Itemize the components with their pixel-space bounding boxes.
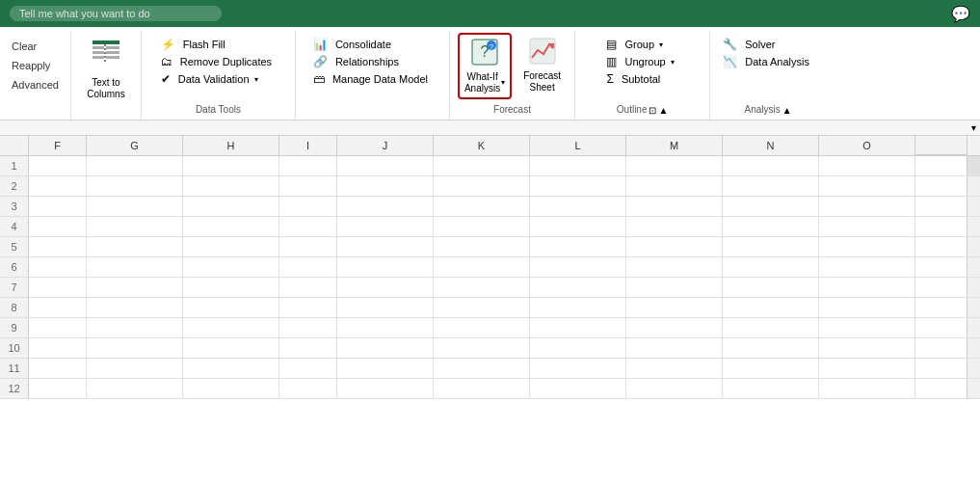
grid-cell[interactable] (434, 298, 530, 317)
grid-cell[interactable] (279, 156, 337, 175)
grid-cell[interactable] (434, 379, 530, 398)
grid-cell[interactable] (626, 278, 723, 297)
grid-cell[interactable] (819, 318, 915, 337)
grid-cell[interactable] (87, 278, 183, 297)
grid-cell[interactable] (183, 257, 279, 277)
analysis-collapse-button[interactable]: ▲ (782, 105, 792, 116)
advanced-button[interactable]: Advanced (8, 77, 63, 93)
grid-cell[interactable] (183, 237, 279, 256)
grid-cell[interactable] (337, 197, 434, 216)
grid-cell[interactable] (723, 197, 819, 216)
grid-cell[interactable] (337, 217, 434, 236)
grid-cell[interactable] (279, 318, 337, 337)
grid-cell[interactable] (723, 257, 819, 277)
grid-cell[interactable] (337, 257, 434, 277)
grid-cell[interactable] (29, 359, 87, 378)
grid-cell[interactable] (183, 197, 279, 216)
grid-cell[interactable] (87, 318, 183, 337)
grid-cell[interactable] (530, 318, 626, 337)
grid-cell[interactable] (723, 278, 819, 297)
grid-cell[interactable] (183, 217, 279, 236)
col-header-k[interactable]: K (434, 136, 530, 155)
grid-cell[interactable] (626, 298, 723, 317)
grid-cell[interactable] (279, 257, 337, 277)
grid-cell[interactable] (723, 237, 819, 256)
data-analysis-button[interactable]: Data Analysis (741, 54, 813, 69)
grid-cell[interactable] (434, 338, 530, 358)
reapply-button[interactable]: Reapply (8, 58, 54, 73)
text-to-columns-button[interactable]: Text to Columns (75, 33, 137, 104)
grid-cell[interactable] (337, 176, 434, 196)
grid-cell[interactable] (723, 156, 819, 175)
grid-cell[interactable] (434, 318, 530, 337)
tell-me-input[interactable] (10, 6, 222, 21)
grid-cell[interactable] (183, 338, 279, 358)
grid-cell[interactable] (29, 176, 87, 196)
grid-cell[interactable] (279, 359, 337, 378)
grid-cell[interactable] (279, 197, 337, 216)
grid-cell[interactable] (337, 318, 434, 337)
col-header-o[interactable]: O (819, 136, 915, 155)
grid-cell[interactable] (29, 237, 87, 256)
solver-button[interactable]: Solver (741, 37, 779, 52)
grid-cell[interactable] (530, 379, 626, 398)
ungroup-button[interactable]: Ungroup ▾ (621, 54, 677, 69)
grid-cell[interactable] (87, 197, 183, 216)
grid-cell[interactable] (87, 298, 183, 317)
grid-cell[interactable] (337, 298, 434, 317)
grid-cell[interactable] (183, 318, 279, 337)
grid-cell[interactable] (29, 217, 87, 236)
group-button[interactable]: Group ▾ (621, 37, 667, 52)
grid-cell[interactable] (819, 156, 915, 175)
grid-cell[interactable] (723, 338, 819, 358)
grid-cell[interactable] (87, 338, 183, 358)
grid-cell[interactable] (183, 298, 279, 317)
grid-cell[interactable] (819, 379, 915, 398)
grid-cell[interactable] (819, 217, 915, 236)
grid-cell[interactable] (434, 237, 530, 256)
grid-cell[interactable] (337, 278, 434, 297)
grid-cell[interactable] (723, 176, 819, 196)
grid-cell[interactable] (530, 197, 626, 216)
grid-cell[interactable] (337, 379, 434, 398)
grid-cell[interactable] (279, 176, 337, 196)
grid-cell[interactable] (279, 338, 337, 358)
grid-cell[interactable] (626, 379, 723, 398)
grid-cell[interactable] (87, 176, 183, 196)
grid-cell[interactable] (183, 278, 279, 297)
clear-button[interactable]: Clear (8, 39, 40, 54)
grid-cell[interactable] (626, 197, 723, 216)
grid-cell[interactable] (434, 257, 530, 277)
grid-cell[interactable] (29, 278, 87, 297)
outline-settings-icon[interactable]: ⊡ (649, 105, 656, 116)
grid-cell[interactable] (183, 176, 279, 196)
grid-cell[interactable] (279, 298, 337, 317)
grid-cell[interactable] (183, 379, 279, 398)
grid-cell[interactable] (87, 237, 183, 256)
grid-cell[interactable] (530, 359, 626, 378)
grid-cell[interactable] (530, 217, 626, 236)
grid-cell[interactable] (87, 217, 183, 236)
outline-collapse-button[interactable]: ▲ (658, 105, 668, 116)
grid-cell[interactable] (819, 278, 915, 297)
grid-cell[interactable] (279, 379, 337, 398)
grid-cell[interactable] (530, 237, 626, 256)
forecast-sheet-button[interactable]: ForecastSheet (517, 33, 567, 97)
grid-cell[interactable] (723, 217, 819, 236)
grid-cell[interactable] (434, 176, 530, 196)
grid-cell[interactable] (183, 156, 279, 175)
grid-cell[interactable] (819, 237, 915, 256)
grid-cell[interactable] (87, 257, 183, 277)
what-if-analysis-button[interactable]: ? ? What-IfAnalysis▾ (458, 33, 512, 99)
col-header-i[interactable]: I (279, 136, 337, 155)
col-header-g[interactable]: G (87, 136, 183, 155)
grid-cell[interactable] (29, 156, 87, 175)
flash-fill-button[interactable]: Flash Fill (179, 37, 229, 52)
grid-cell[interactable] (530, 278, 626, 297)
grid-cell[interactable] (434, 156, 530, 175)
grid-cell[interactable] (29, 338, 87, 358)
grid-cell[interactable] (530, 176, 626, 196)
grid-cell[interactable] (434, 278, 530, 297)
grid-cell[interactable] (723, 379, 819, 398)
consolidate-button[interactable]: Consolidate (331, 37, 395, 52)
